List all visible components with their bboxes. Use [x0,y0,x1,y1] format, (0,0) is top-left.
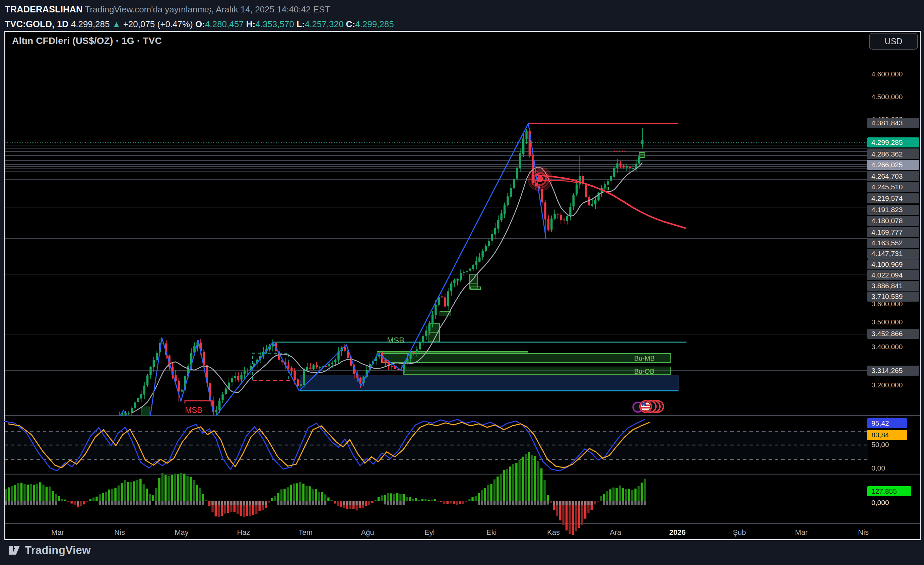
time-axis-month: Tem [298,528,313,537]
open-label: O: [195,19,205,29]
bu-mb-zone-label: Bu-MB [634,355,655,362]
author-name: TRADERASLIHAN [5,5,83,14]
price-axis-label: 3.400,000 [872,343,903,351]
header-line-1: TRADERASLIHAN TradingView.com'da yayınla… [5,3,394,17]
price-badge: 3.452,866 [867,329,919,339]
time-axis-month: Nis [858,528,869,537]
symbol-label: TVC:GOLD, 1D [5,19,69,29]
price-badge: 4.266,025 [867,160,919,170]
bu-ob-zone-label: Bu-OB [634,368,654,375]
tradingview-glyph-icon [8,544,21,557]
msb-upper-label: MSB [387,336,404,345]
time-axis-month: Kas [547,528,560,537]
time-axis-month: Haz [237,528,250,537]
price-badge: 4.100,969 [867,259,919,269]
low-value: 4.257,320 [305,19,344,29]
tradingview-logo[interactable]: TradingView [8,544,91,557]
price-badge: 4.381,843 [867,118,919,128]
time-axis-month: Şub [733,528,746,537]
price-badge: 3.314,265 [867,366,919,376]
price-badge: 4.245,510 [867,182,919,192]
time-axis-month: Eki [486,528,497,537]
msb-lower-label: MSB [185,406,202,415]
tradingview-published-chart: TRADERASLIHAN TradingView.com'da yayınla… [0,0,924,565]
header-line-2: TVC:GOLD, 1D 4.299,285 ▲ +20,075 (+0.47%… [5,17,394,32]
stoch-mid-label: 50,00 [867,440,907,450]
time-axis-month: Mar [795,528,808,537]
close-value: 4.299,285 [355,19,394,29]
time-axis-month: Eyl [424,528,435,537]
chart-canvas[interactable] [4,31,921,540]
price-badge: 4.264,703 [867,171,919,181]
published-info: TradingView.com'da yayınlanmış, Aralık 1… [85,5,330,14]
price-axis-label: 3.500,000 [872,318,903,326]
price-badge: 3.710,539 [867,292,919,302]
price-badge: 4.219,574 [867,193,919,203]
chart-title: Altın CFDleri (US$/OZ) · 1G · TVC [12,36,162,46]
time-axis-month: May [174,528,189,537]
price-badge: 4.022,094 [867,270,919,280]
price-badge: 4.286,362 [867,149,919,159]
last-price: 4.299,285 [71,19,110,29]
price-badge: 3.886,841 [867,281,919,291]
price-axis-label: 4.600,000 [872,70,903,78]
time-axis-month: 2026 [669,528,686,537]
stoch-zero-label: 0,00 [867,463,907,473]
close-label: C: [346,19,355,29]
up-arrow-icon: ▲ [112,19,121,29]
header: TRADERASLIHAN TradingView.com'da yayınla… [5,3,394,32]
time-axis-month: Mar [51,528,64,537]
stoch-k-value-badge: 95,42 [867,418,907,428]
price-badge: 4.147,731 [867,249,919,259]
price-badge: 4.163,552 [867,238,919,248]
time-axis-month: Ağu [361,528,374,537]
price-badge: 4.180,078 [867,216,919,226]
price-axis-label: 3.200,000 [872,381,903,389]
price-badge: 4.191,823 [867,205,919,215]
currency-button[interactable]: USD [869,33,918,50]
time-axis-month: Ara [610,528,621,537]
price-badge: 4.299,285 [867,137,919,147]
tradingview-wordmark: TradingView [25,544,91,557]
high-value: 4.353,570 [255,19,294,29]
high-label: H: [246,19,255,29]
price-change: +20,075 (+0.47%) [123,19,193,29]
low-label: L: [297,19,305,29]
time-axis-month: Nis [114,528,125,537]
histogram-zero-label: 0,000 [867,497,907,508]
price-badge: 4.169,777 [867,227,919,237]
histogram-value-badge: 127,855 [867,486,911,496]
open-value: 4.280,457 [205,19,244,29]
stoch-d-value-badge: 83,84 [867,430,907,440]
price-axis-label: 4.500,000 [872,93,903,101]
